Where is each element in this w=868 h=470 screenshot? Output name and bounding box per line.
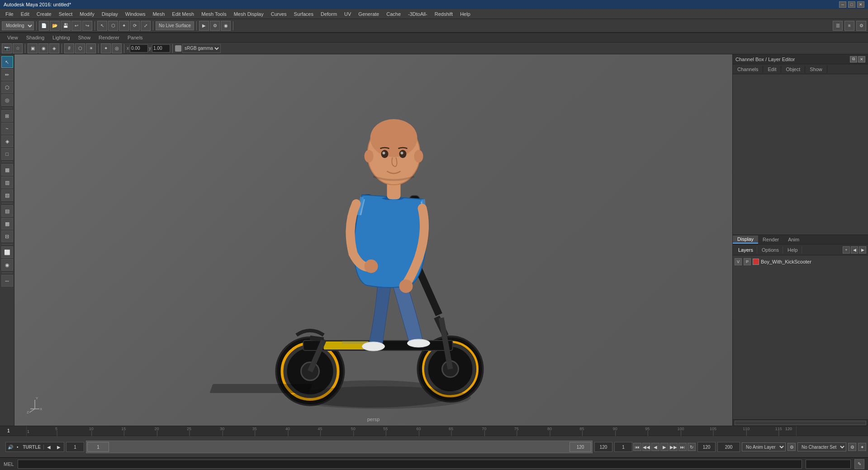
- xray-toggle[interactable]: ✦: [101, 43, 111, 53]
- soft-select-btn[interactable]: ◎: [1, 94, 13, 106]
- bookmarks[interactable]: ☆: [13, 43, 23, 53]
- menu-3dto-all[interactable]: -3DtoAll-: [404, 10, 431, 18]
- layer-playback-btn[interactable]: P: [744, 258, 751, 265]
- step-back-btn[interactable]: ◀◀: [642, 443, 650, 451]
- render-layer-btn[interactable]: ▦: [1, 164, 13, 176]
- menu-file[interactable]: File: [2, 10, 17, 18]
- viewport[interactable]: persp Y X Z: [14, 54, 732, 426]
- range-end-input[interactable]: [594, 442, 612, 452]
- script-editor-btn[interactable]: ✎: [854, 459, 864, 469]
- menu-uv[interactable]: UV: [341, 10, 355, 18]
- menu-cache[interactable]: Cache: [383, 10, 404, 18]
- h-scrollbar[interactable]: [735, 421, 866, 425]
- tool-settings-toggle[interactable]: ⚙: [856, 21, 866, 31]
- range-start-input[interactable]: [66, 442, 84, 452]
- lights-toggle[interactable]: ☀: [86, 43, 96, 53]
- out-frame-2-input[interactable]: [717, 442, 740, 452]
- x-coord-input[interactable]: [130, 44, 148, 53]
- char-set-extra[interactable]: ✦: [858, 443, 866, 451]
- channel-box-toggle[interactable]: ☰: [833, 21, 843, 31]
- display-tab[interactable]: Display: [733, 235, 758, 244]
- play-forward-btn[interactable]: ▶: [660, 443, 669, 451]
- loop-btn[interactable]: ↻: [688, 443, 696, 451]
- scale-tool[interactable]: ⤢: [141, 21, 151, 31]
- anim-layer-settings[interactable]: ⚙: [787, 443, 796, 451]
- menu-redshift[interactable]: Redshift: [431, 10, 456, 18]
- anim-layer-btn[interactable]: ▥: [1, 177, 13, 188]
- render-settings-button[interactable]: ⚙: [210, 21, 220, 31]
- shading-menu[interactable]: Shading: [23, 34, 48, 41]
- layer-nav-next[interactable]: ▶: [859, 246, 866, 254]
- ipr-button[interactable]: ◉: [221, 21, 231, 31]
- object-tab[interactable]: Object: [781, 66, 805, 73]
- go-to-start-btn[interactable]: ⏮: [633, 443, 641, 451]
- render-button[interactable]: ▶: [199, 21, 209, 31]
- channels-tab[interactable]: Channels: [733, 66, 763, 73]
- menu-edit[interactable]: Edit: [17, 10, 33, 18]
- undo-button[interactable]: ↩: [71, 21, 81, 31]
- layer-visibility-btn[interactable]: V: [735, 258, 742, 265]
- sculpt-tool-btn[interactable]: ⬡: [1, 82, 13, 93]
- out-frame-input[interactable]: [697, 442, 716, 452]
- menu-deform[interactable]: Deform: [317, 10, 341, 18]
- paint-tool-btn[interactable]: ✏: [1, 69, 13, 81]
- layer-add-btn[interactable]: +: [843, 246, 850, 254]
- panels-menu[interactable]: Panels: [124, 34, 147, 41]
- isolate-toggle[interactable]: ◎: [112, 43, 122, 53]
- select-tool-btn[interactable]: ↖: [1, 56, 13, 68]
- flat-shade-btn[interactable]: ◈: [49, 43, 59, 53]
- menu-mesh[interactable]: Mesh: [149, 10, 168, 18]
- menu-curves[interactable]: Curves: [267, 10, 290, 18]
- snap-to-view-btn[interactable]: □: [1, 148, 13, 160]
- layer-nav-prev[interactable]: ◀: [851, 246, 858, 254]
- play-back-btn[interactable]: ◀: [651, 443, 659, 451]
- frame-input[interactable]: [614, 442, 632, 452]
- maximize-button[interactable]: □: [848, 1, 855, 8]
- command-line[interactable]: [18, 460, 802, 469]
- attribute-editor-toggle[interactable]: ≡: [844, 21, 854, 31]
- char-set-settings[interactable]: ⚙: [848, 443, 856, 451]
- current-frame-indicator[interactable]: 1: [87, 442, 109, 452]
- menu-windows[interactable]: Windows: [122, 10, 149, 18]
- mode-selector[interactable]: Modeling: [2, 21, 34, 30]
- rotate-tool[interactable]: ⟳: [130, 21, 140, 31]
- layers-tab[interactable]: Layers: [735, 246, 757, 254]
- menu-modify[interactable]: Modify: [76, 10, 98, 18]
- panel-float-btn[interactable]: ⧉: [850, 56, 857, 62]
- range-end-handle[interactable]: 120: [569, 442, 591, 452]
- menu-mesh-display[interactable]: Mesh Display: [230, 10, 267, 18]
- options-tab[interactable]: Options: [758, 246, 783, 254]
- snap-to-grid-btn[interactable]: ⊞: [1, 110, 13, 122]
- help-tab[interactable]: Help: [784, 246, 802, 254]
- menu-mesh-tools[interactable]: Mesh Tools: [198, 10, 230, 18]
- snap-to-curve-btn[interactable]: ~: [1, 123, 13, 134]
- menu-create[interactable]: Create: [33, 10, 55, 18]
- lighting-menu[interactable]: Lighting: [49, 34, 74, 41]
- layer-color-swatch[interactable]: [753, 259, 759, 265]
- save-scene-button[interactable]: 💾: [61, 21, 71, 31]
- texture-toggle[interactable]: ⬡: [75, 43, 85, 53]
- step-forward-btn[interactable]: ▶▶: [669, 443, 678, 451]
- menu-select[interactable]: Select: [55, 10, 76, 18]
- new-scene-button[interactable]: 📄: [39, 21, 49, 31]
- select-tool[interactable]: ↖: [97, 21, 107, 31]
- redo-button[interactable]: ↪: [82, 21, 92, 31]
- panel-close-btn[interactable]: ✕: [858, 56, 865, 62]
- camera-selector[interactable]: 📷: [2, 43, 12, 53]
- anim-range-bar[interactable]: 1 120: [86, 441, 593, 453]
- sets-btn[interactable]: ▩: [1, 218, 13, 230]
- snap-to-point-btn[interactable]: ◈: [1, 135, 13, 147]
- lasso-tool[interactable]: ⬡: [108, 21, 118, 31]
- misc2-btn[interactable]: ◉: [1, 259, 13, 271]
- smooth-shade-btn[interactable]: ◉: [38, 43, 48, 53]
- playback-speed-next[interactable]: ▶: [54, 442, 64, 452]
- render-tab[interactable]: Render: [758, 236, 783, 243]
- renderer-menu[interactable]: Renderer: [95, 34, 123, 41]
- menu-display[interactable]: Display: [98, 10, 122, 18]
- character-set-dropdown[interactable]: No Character Set: [797, 442, 846, 451]
- misc1-btn[interactable]: ⬜: [1, 246, 13, 258]
- gamma-selector[interactable]: sRGB gamma: [182, 44, 221, 53]
- anim-tab[interactable]: Anim: [783, 236, 804, 243]
- partition-btn[interactable]: ⊟: [1, 230, 13, 242]
- view-menu[interactable]: View: [4, 34, 22, 41]
